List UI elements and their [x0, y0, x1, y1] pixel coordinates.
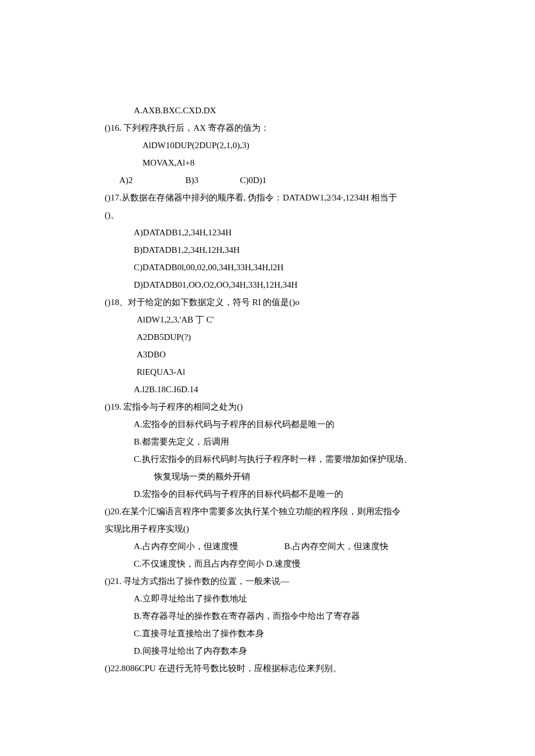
option-b: B.都需要先定义，后调用	[105, 433, 430, 450]
option-c: C.直接寻址直接给出了操作数本身	[105, 625, 430, 642]
code-line: AlDW10DUP(2DUP(2,1,0),3)	[105, 137, 430, 154]
question-20: ()20.在某个汇编语言程序中需要多次执行某个独立功能的程序段，则用宏指令	[105, 503, 430, 520]
option-a: A.立即寻址给出了操作数地址	[105, 590, 430, 607]
question-17: ()17.从数据在存储器中排列的顺序看, 伪指令：DATADW1,2⁄34∙,1…	[105, 189, 430, 206]
option-b: B.寄存器寻址的操作数在寄存器内，而指令中给出了寄存器	[105, 607, 430, 625]
options-row: A.l2B.18C.I6D.14	[105, 381, 430, 398]
options-row: C.不仅速度快，而且占内存空间小 D.速度慢	[105, 555, 430, 572]
question-20-cont: 实现比用子程序实现()	[105, 520, 430, 538]
code-line: A3DBO	[105, 346, 430, 363]
question-19: ()19. 宏指令与子程序的相同之处为()	[105, 398, 430, 415]
code-line: MOVAX,Al+8	[105, 154, 430, 171]
code-line: AlDW1,2,3,'AB 丁 C'	[105, 311, 430, 328]
option-d: D.宏指令的目标代码与子程序的目标代码都不是唯一的	[105, 485, 430, 503]
option-c: C.执行宏指令的目标代码时与执行子程序时一样，需要增加如保护现场、	[105, 450, 430, 468]
question-17-cont: ()。	[105, 206, 430, 224]
options-row: A)2 B)3 C)0D)1	[105, 171, 430, 189]
options-row: A.占内存空间小，但速度慢 B.占内存空间大，但速度快	[105, 538, 430, 555]
code-line: A2DB5DUP(?)	[105, 328, 430, 346]
option-a: A.宏指令的目标代码与子程序的目标代码都是唯一的	[105, 415, 430, 433]
option-c-cont: 恢复现场一类的额外开销	[105, 468, 430, 485]
option-b: B)3	[186, 171, 238, 189]
code-line: RlEQUA3-Al	[105, 363, 430, 381]
option-cd: C)0D)1	[240, 171, 267, 189]
option-a: A.占内存空间小，但速度慢	[134, 538, 282, 555]
question-18: ()18、对于给定的如下数据定义，符号 RI 的值是()o	[105, 293, 430, 311]
option-a: A)DATADB1,2,34H,1234H	[105, 224, 430, 241]
option-d: D)DATADB01,OO,O2,OO,34H,33H,12H,34H	[105, 276, 430, 293]
question-21: ()21. 寻址方式指出了操作数的位置，一般来说—	[105, 572, 430, 590]
option-b: B.占内存空间大，但速度快	[284, 538, 388, 555]
question-22: ()22.8086CPU 在进行无符号数比较时，应根据标志位来判别。	[105, 660, 430, 677]
question-16: ()16. 下列程序执行后，AX 寄存器的值为：	[105, 119, 430, 137]
option-a: A)2	[119, 171, 183, 189]
option-c: C)DATADB0l,00,02,00,34H,33H,34H,l2H	[105, 259, 430, 276]
option-line: A.AXB.BXC.CXD.DX	[105, 102, 430, 119]
option-d: D.间接寻址给出了内存数本身	[105, 642, 430, 660]
option-b: B)DATADB1,2,34H,12H,34H	[105, 241, 430, 259]
